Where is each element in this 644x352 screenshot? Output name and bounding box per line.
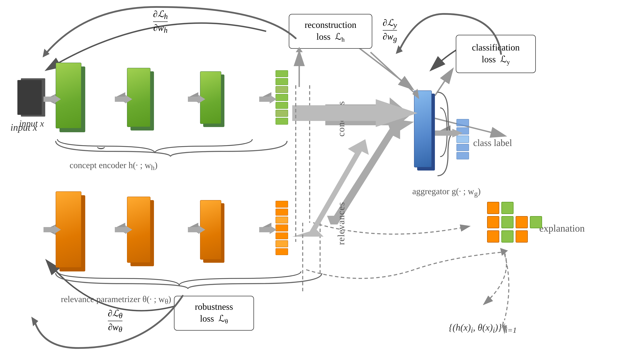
svg-marker-35 bbox=[31, 317, 38, 326]
svg-marker-26 bbox=[44, 225, 61, 234]
dashed-arrow-formula bbox=[470, 250, 539, 338]
arrow-orange-1-2 bbox=[115, 224, 132, 235]
class-label-text: class label bbox=[473, 138, 512, 148]
svg-line-40 bbox=[370, 52, 418, 96]
svg-marker-22 bbox=[44, 95, 61, 104]
arrow-orange-3-vector bbox=[259, 224, 276, 235]
curved-arrow-Lh-back bbox=[18, 0, 365, 87]
relevance-vector bbox=[275, 200, 289, 256]
curved-arrow-Ltheta-back bbox=[9, 261, 218, 352]
svg-marker-24 bbox=[188, 95, 205, 104]
svg-marker-39 bbox=[502, 326, 507, 334]
arrow-orange-2-3 bbox=[188, 224, 205, 235]
arrow-green-3-vector bbox=[259, 94, 276, 104]
explanation-text: explanation bbox=[539, 223, 585, 234]
arrow-input-orange bbox=[44, 224, 61, 235]
aggregator-label: aggregator g(· ; wg) bbox=[412, 186, 481, 198]
input-x-text: input x bbox=[10, 122, 37, 133]
arrow-recon-to-aggregator bbox=[362, 44, 432, 113]
brace-encoder bbox=[54, 139, 289, 160]
svg-marker-27 bbox=[115, 225, 132, 234]
svg-marker-28 bbox=[188, 225, 205, 234]
diagram-container: ⌣ input x bbox=[0, 0, 644, 352]
arrow-aggregator-classlabel bbox=[435, 128, 463, 138]
svg-marker-25 bbox=[259, 95, 276, 104]
svg-marker-23 bbox=[115, 95, 132, 104]
arrow-input-green bbox=[44, 94, 61, 104]
arrow-concept-to-recon bbox=[292, 47, 306, 87]
class-label-vector bbox=[456, 118, 470, 160]
concept-encoder-label: concept encoder h(· ; wh) bbox=[70, 160, 158, 172]
svg-marker-41 bbox=[412, 89, 419, 99]
arrow-green-1-2 bbox=[115, 94, 132, 104]
svg-marker-29 bbox=[259, 225, 276, 234]
arrow-green-2-3 bbox=[188, 94, 205, 104]
svg-marker-43 bbox=[296, 47, 303, 52]
svg-marker-30 bbox=[435, 129, 463, 138]
